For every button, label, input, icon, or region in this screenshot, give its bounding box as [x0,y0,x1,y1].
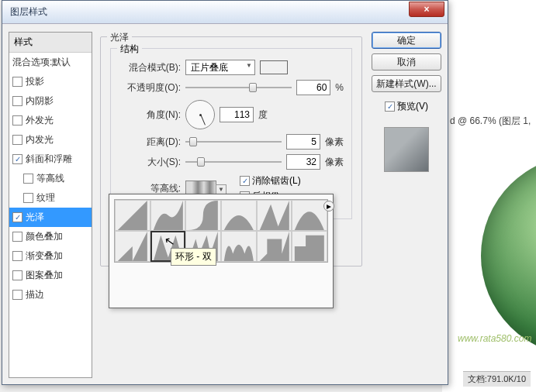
status-bar: 文档:791.0K/10 [463,371,531,387]
size-label: 大小(S): [119,156,181,169]
style-item-inner-shadow[interactable]: 内阴影 [9,91,92,111]
checkbox[interactable] [12,77,22,87]
antialias-checkbox[interactable]: ✓消除锯齿(L) [240,174,301,187]
contour-preset[interactable] [292,231,327,262]
checkbox[interactable]: ✓ [12,212,22,222]
distance-input[interactable] [286,134,320,150]
size-input[interactable] [286,154,320,170]
style-item-color-overlay[interactable]: 颜色叠加 [9,227,92,246]
checkbox[interactable] [12,270,22,280]
style-item-stroke[interactable]: 描边 [9,285,92,304]
style-item-inner-glow[interactable]: 内发光 [9,130,92,150]
jade-circle-artwork [481,155,536,356]
style-item-contour[interactable]: 等高线 [9,169,92,188]
preview-thumbnail [384,127,429,172]
angle-input[interactable] [220,107,254,122]
titlebar[interactable]: 图层样式 × [2,1,448,24]
contour-tooltip: 环形 - 双 [171,248,216,266]
opacity-input[interactable] [296,80,330,95]
structure-title: 结构 [117,43,142,56]
checkbox[interactable] [12,290,22,300]
preview-box [372,124,441,172]
layer-style-dialog: 图层样式 × 样式 混合选项:默认 投影 内阴影 外发光 内发光 ✓斜面和浮雕 … [2,0,448,385]
contour-preset[interactable] [257,200,292,231]
checkbox[interactable] [12,115,22,126]
ok-button[interactable]: 确定 [372,32,441,49]
close-icon: × [424,4,429,15]
angle-dial[interactable] [185,100,215,129]
contour-preset-popup: ▸ [109,194,334,308]
watermark-url: www.rata580.com [458,333,531,344]
checkbox[interactable] [23,193,33,203]
size-slider[interactable] [185,155,282,169]
checkbox[interactable] [12,135,22,145]
contour-preset[interactable] [115,231,150,262]
style-item-outer-glow[interactable]: 外发光 [9,111,92,130]
contour-preset[interactable] [257,231,292,262]
popup-menu-icon[interactable]: ▸ [323,201,334,211]
opacity-unit: % [335,82,344,93]
angle-label: 角度(N): [119,108,181,122]
checkbox[interactable] [23,174,33,184]
contour-preset[interactable] [150,200,186,231]
style-item-pattern-overlay[interactable]: 图案叠加 [9,266,92,285]
color-swatch[interactable] [260,60,288,74]
distance-slider[interactable] [185,135,282,149]
angle-unit: 度 [258,108,268,122]
contour-grid [114,199,328,263]
distance-unit: 像素 [325,136,344,149]
checkbox[interactable] [12,96,22,106]
distance-label: 距离(D): [119,136,181,149]
style-list: 样式 混合选项:默认 投影 内阴影 外发光 内发光 ✓斜面和浮雕 等高线 纹理 … [9,32,92,378]
checkbox[interactable] [12,251,22,261]
checkbox[interactable] [12,232,22,242]
style-list-header: 样式 [9,33,92,53]
style-item-bevel-emboss[interactable]: ✓斜面和浮雕 [9,150,92,169]
size-unit: 像素 [325,156,344,169]
style-item-satin[interactable]: ✓光泽 [9,208,92,227]
blend-mode-label: 混合模式(B): [119,61,181,74]
contour-preset[interactable] [185,200,221,231]
document-title-tab: d @ 66.7% (图层 1, [450,115,531,128]
window-title: 图层样式 [10,5,409,19]
contour-preset[interactable] [221,231,257,262]
style-item-blend-options[interactable]: 混合选项:默认 [9,53,92,72]
close-button[interactable]: × [409,2,444,17]
opacity-slider[interactable] [185,81,292,95]
cancel-button[interactable]: 取消 [372,53,441,70]
checkbox[interactable]: ✓ [12,154,22,164]
document-canvas: www.rata580.com [442,0,536,392]
style-item-gradient-overlay[interactable]: 渐变叠加 [9,246,92,266]
style-item-drop-shadow[interactable]: 投影 [9,72,92,91]
contour-preset[interactable] [292,200,327,231]
opacity-label: 不透明度(O): [119,81,181,95]
style-item-texture[interactable]: 纹理 [9,188,92,208]
preview-checkbox[interactable]: ✓预览(V) [372,100,441,113]
blend-mode-dropdown[interactable]: 正片叠底 [185,60,255,75]
contour-preset[interactable] [115,200,150,231]
action-panel: 确定 取消 新建样式(W)... ✓预览(V) [367,32,441,378]
new-style-button[interactable]: 新建样式(W)... [372,75,441,92]
contour-preset[interactable] [221,200,257,231]
